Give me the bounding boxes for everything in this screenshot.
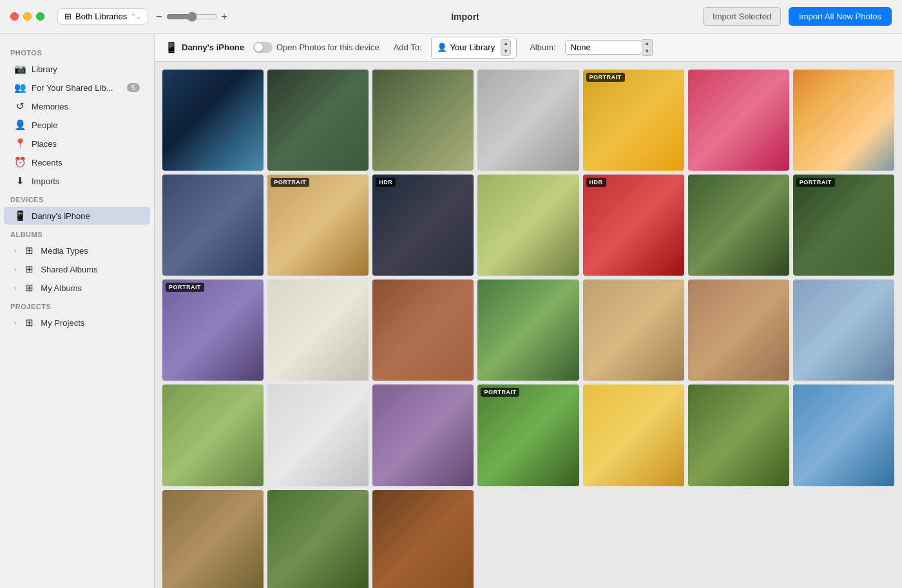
photo-bg-9: [267, 175, 369, 276]
photo-cell[interactable]: [583, 280, 684, 381]
photo-bg-24: [372, 384, 474, 486]
photo-cell[interactable]: [688, 280, 789, 381]
photo-cell[interactable]: [372, 70, 474, 171]
photo-bg-7: [793, 70, 894, 171]
album-stepper[interactable]: ▲ ▼: [642, 39, 653, 56]
add-to-select[interactable]: 👤 Your Library ▲ ▼: [431, 37, 517, 59]
album-stepper-down[interactable]: ▼: [642, 48, 652, 55]
photo-badge-portrait: PORTRAIT: [166, 283, 204, 292]
photo-cell[interactable]: HDR: [583, 175, 684, 276]
album-select[interactable]: None: [565, 40, 642, 55]
zoom-slider[interactable]: [166, 12, 218, 22]
sidebar-item-my-projects[interactable]: ›⊞My Projects: [4, 314, 150, 332]
photo-cell[interactable]: [477, 70, 579, 171]
sidebar-item-people[interactable]: 👤People: [4, 116, 150, 134]
sidebar-item-library[interactable]: 📷Library: [4, 60, 150, 78]
photo-cell[interactable]: [162, 175, 264, 276]
photo-cell[interactable]: [162, 490, 264, 588]
sidebar-item-recents[interactable]: ⏰Recents: [4, 153, 150, 171]
sidebar-item-label-recents: Recents: [32, 158, 62, 167]
photo-cell[interactable]: PORTRAIT: [583, 70, 684, 171]
sidebar-item-my-albums[interactable]: ›⊞My Albums: [4, 279, 150, 297]
sidebar-item-label-media-types: Media Types: [41, 246, 88, 256]
photo-cell-empty: [477, 490, 579, 588]
library-stepper[interactable]: ▲ ▼: [501, 39, 511, 56]
photo-cell[interactable]: [267, 490, 369, 588]
stepper-up[interactable]: ▲: [501, 40, 510, 48]
sidebar-item-imports[interactable]: ⬇Imports: [4, 172, 150, 190]
photo-badge-portrait: PORTRAIT: [481, 388, 519, 397]
traffic-lights: [10, 12, 44, 21]
photo-bg-22: [162, 384, 264, 486]
photo-bg-4: [477, 70, 579, 171]
photo-cell[interactable]: [372, 280, 474, 381]
maximize-button[interactable]: [36, 12, 44, 21]
photo-grid-inner: PORTRAITPORTRAITHDRHDRPORTRAITPORTRAITPO…: [162, 70, 894, 588]
open-photos-toggle[interactable]: Open Photos for this device: [253, 42, 379, 53]
stepper-down[interactable]: ▼: [501, 48, 510, 55]
import-selected-button[interactable]: Import Selected: [703, 7, 781, 26]
album-stepper-up[interactable]: ▲: [642, 40, 652, 48]
photo-bg-16: [267, 280, 369, 381]
photo-cell[interactable]: [267, 280, 369, 381]
photo-cell[interactable]: [793, 70, 894, 171]
photo-cell[interactable]: [477, 280, 579, 381]
sidebar-item-places[interactable]: 📍Places: [4, 135, 150, 153]
zoom-out-button[interactable]: −: [156, 12, 162, 22]
photo-cell-empty: [583, 490, 684, 588]
photo-cell[interactable]: [267, 70, 369, 171]
sidebar-item-icon-dannys-iphone: 📱: [14, 210, 26, 222]
sidebar-item-media-types[interactable]: ›⊞Media Types: [4, 242, 150, 260]
sidebar-item-label-my-albums: My Albums: [41, 283, 82, 293]
minimize-button[interactable]: [23, 12, 32, 21]
sidebar-item-label-imports: Imports: [32, 176, 59, 186]
device-toolbar: 📱 Danny's iPhone Open Photos for this de…: [155, 33, 902, 62]
sidebar-section-devices: Devices: [0, 191, 154, 206]
sidebar-item-icon-shared-library: 👥: [14, 82, 26, 93]
photo-bg-29: [162, 490, 264, 588]
photo-cell[interactable]: PORTRAIT: [793, 175, 894, 276]
close-button[interactable]: [10, 12, 19, 21]
photo-cell[interactable]: PORTRAIT: [162, 280, 264, 381]
sidebar-item-memories[interactable]: ↺Memories: [4, 97, 150, 115]
toggle-switch[interactable]: [253, 42, 273, 53]
photo-cell[interactable]: [688, 384, 789, 486]
photo-cell[interactable]: [162, 70, 264, 171]
photo-cell[interactable]: [793, 384, 894, 486]
page-title: Import: [235, 12, 695, 22]
photo-bg-31: [372, 490, 474, 588]
photo-bg-21: [793, 280, 894, 381]
library-selector[interactable]: ⊞ Both Libraries ⌃⌄: [57, 8, 148, 24]
zoom-in-button[interactable]: +: [222, 12, 227, 22]
chevron-icon: ›: [14, 319, 16, 327]
photo-cell[interactable]: [583, 384, 684, 486]
photo-cell[interactable]: PORTRAIT: [267, 175, 369, 276]
photo-grid: PORTRAITPORTRAITHDRHDRPORTRAITPORTRAITPO…: [155, 62, 902, 588]
photo-bg-14: [793, 175, 894, 276]
sidebar-section-photos: Photos: [0, 44, 154, 59]
main-layout: Photos📷Library👥For Your Shared Lib...5↺M…: [0, 33, 902, 588]
photo-cell[interactable]: [372, 384, 474, 486]
sidebar-item-shared-library[interactable]: 👥For Your Shared Lib...5: [4, 79, 150, 97]
photo-cell[interactable]: [793, 280, 894, 381]
photo-bg-27: [688, 384, 789, 486]
sidebar-section-projects: Projects: [0, 298, 154, 313]
sidebar-item-shared-albums[interactable]: ›⊞Shared Albums: [4, 260, 150, 278]
sidebar-item-icon-shared-albums: ⊞: [23, 263, 35, 275]
photo-bg-23: [267, 384, 369, 486]
library-icon: ⊞: [64, 12, 72, 21]
photo-cell[interactable]: [688, 70, 789, 171]
sidebar-item-icon-memories: ↺: [14, 100, 26, 112]
photo-cell[interactable]: [267, 384, 369, 486]
sidebar-item-dannys-iphone[interactable]: 📱Danny's iPhone: [4, 207, 150, 225]
photo-cell[interactable]: PORTRAIT: [477, 384, 579, 486]
import-all-button[interactable]: Import All New Photos: [789, 7, 892, 26]
photo-cell[interactable]: [477, 175, 579, 276]
photo-bg-12: [583, 175, 684, 276]
photo-cell[interactable]: [688, 175, 789, 276]
photo-cell[interactable]: HDR: [372, 175, 474, 276]
photo-bg-6: [688, 70, 789, 171]
photo-badge-portrait: PORTRAIT: [796, 178, 835, 187]
photo-cell[interactable]: [162, 384, 264, 486]
photo-cell[interactable]: [372, 490, 474, 588]
